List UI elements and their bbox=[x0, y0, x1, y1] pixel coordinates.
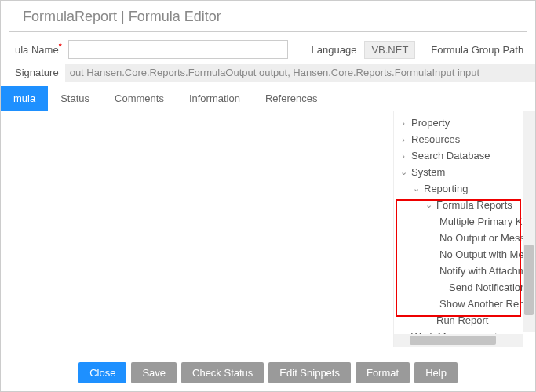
tree-leaf[interactable]: No Output or Message bbox=[394, 230, 535, 246]
tree-leaf[interactable]: Show Another Report bbox=[394, 296, 535, 312]
chevron-down-icon: ⌄ bbox=[411, 184, 421, 194]
tab-status[interactable]: Status bbox=[48, 86, 102, 111]
close-button[interactable]: Close bbox=[78, 362, 126, 383]
tree-branch[interactable]: ›Property bbox=[394, 114, 535, 131]
tree-label: Run Report bbox=[436, 314, 488, 326]
tree-label: No Output with Message bbox=[439, 249, 535, 260]
tree-label: Formula Reports bbox=[436, 199, 512, 211]
chevron-right-icon: › bbox=[399, 135, 408, 144]
tree-branch[interactable]: ›Resources bbox=[394, 131, 535, 147]
tab-information[interactable]: Information bbox=[177, 86, 253, 111]
chevron-right-icon: › bbox=[399, 151, 408, 161]
page-title: FormulaReport | Formula Editor bbox=[9, 1, 527, 32]
tree-label: Search Database bbox=[411, 150, 490, 162]
footer-buttons: Close Save Check Status Edit Snippets Fo… bbox=[1, 362, 535, 383]
tree-label: Show Another Report bbox=[439, 298, 535, 310]
tree-branch[interactable]: ⌄System bbox=[394, 164, 535, 180]
tab-formula[interactable]: mula bbox=[1, 86, 48, 111]
tree-label: Reporting bbox=[424, 183, 468, 194]
tree-label: No Output or Message bbox=[439, 232, 535, 244]
chevron-down-icon: ⌄ bbox=[424, 201, 433, 210]
chevron-right-icon: › bbox=[399, 118, 408, 128]
name-label: ula Name* bbox=[15, 42, 62, 56]
tree-label: Property bbox=[411, 117, 450, 129]
check-status-button[interactable]: Check Status bbox=[181, 362, 264, 383]
horizontal-scrollbar[interactable] bbox=[394, 334, 523, 347]
signature-value: out Hansen.Core.Reports.FormulaOutput ou… bbox=[65, 64, 535, 82]
tree-branch[interactable]: ›Search Database bbox=[394, 147, 535, 164]
tree-leaf[interactable]: No Output with Message bbox=[394, 246, 535, 263]
tree-label: Notify with Attachment bbox=[439, 265, 535, 277]
vertical-scrollbar[interactable] bbox=[523, 111, 535, 332]
language-select[interactable]: VB.NET bbox=[364, 41, 415, 59]
editor-pane[interactable] bbox=[1, 111, 394, 347]
tree-label: Resources bbox=[411, 133, 460, 145]
tree-pane: ›Property›Resources›Search Database⌄Syst… bbox=[394, 111, 535, 347]
signature-label: Signature bbox=[15, 67, 59, 78]
chevron-down-icon: ⌄ bbox=[399, 168, 408, 177]
format-button[interactable]: Format bbox=[356, 362, 410, 383]
tree-branch[interactable]: ⌄Formula Reports bbox=[394, 197, 535, 213]
group-path-label: Formula Group Path bbox=[431, 44, 523, 56]
language-label: Language bbox=[312, 44, 357, 56]
main-body: ›Property›Resources›Search Database⌄Syst… bbox=[1, 111, 535, 347]
form-area: ula Name* Language VB.NET Formula Group … bbox=[1, 32, 535, 82]
tree-label: System bbox=[411, 166, 445, 178]
tree-leaf[interactable]: Multiple Primary Keys bbox=[394, 213, 535, 230]
tab-comments[interactable]: Comments bbox=[102, 86, 177, 111]
formula-name-input[interactable] bbox=[68, 40, 288, 59]
help-button[interactable]: Help bbox=[414, 362, 458, 383]
tree-leaf[interactable]: Run Report bbox=[394, 312, 535, 328]
tree-leaf[interactable]: Notify with Attachment bbox=[394, 263, 535, 279]
tab-bar: mula Status Comments Information Referen… bbox=[1, 86, 535, 111]
tree-branch[interactable]: ⌄Reporting bbox=[394, 180, 535, 197]
save-button[interactable]: Save bbox=[131, 362, 177, 383]
edit-snippets-button[interactable]: Edit Snippets bbox=[268, 362, 351, 383]
tree-leaf[interactable]: Send Notification bbox=[394, 279, 535, 296]
tree-label: Multiple Primary Keys bbox=[439, 216, 535, 227]
tab-references[interactable]: References bbox=[253, 86, 330, 111]
tree-label: Send Notification bbox=[449, 281, 526, 293]
